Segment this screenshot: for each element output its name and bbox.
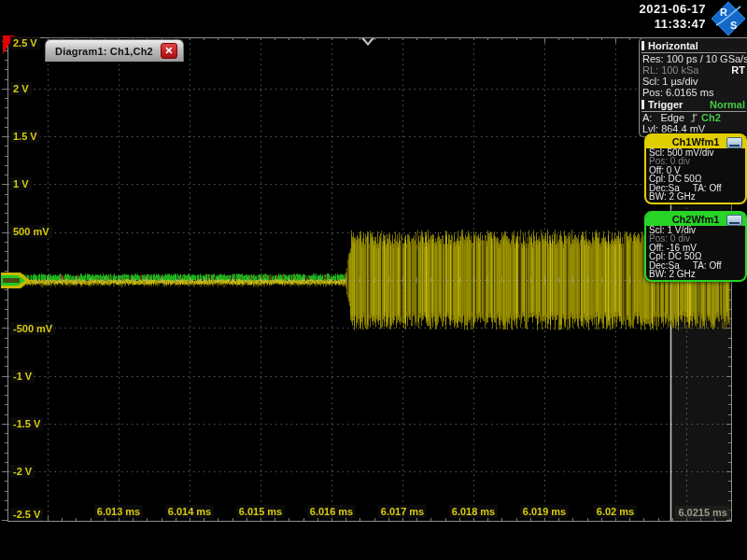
- y-axis-label: 2.5 V: [10, 36, 40, 49]
- hposition-row: Pos: 6.0165 ms: [641, 87, 746, 98]
- x-axis-label: 6.016 ms: [307, 505, 356, 518]
- ch1-waveform-box[interactable]: Ch1Wfm1 Scl: 500 mV/div Pos: 0 div Off: …: [644, 133, 747, 204]
- y-axis-label: 1 V: [10, 177, 32, 190]
- diagram-tab-label: Diagram1: Ch1,Ch2: [55, 46, 153, 57]
- res-label: Res:: [642, 53, 664, 64]
- section-accent-bar: [641, 41, 644, 50]
- trigger-source-value: Ch2: [701, 112, 721, 123]
- close-icon[interactable]: ✕: [161, 43, 177, 59]
- hscale-value: 1 µs/div: [662, 76, 698, 87]
- trigger-type-value: Edge: [660, 112, 684, 123]
- ch1-bandwidth: BW: 2 GHz: [646, 192, 745, 201]
- graticule-waveform-canvas: [0, 0, 747, 560]
- svg-text:R: R: [720, 7, 727, 18]
- trigger-mode-badge: Normal: [710, 99, 745, 110]
- trigger-source-row: A: Edge Ch2: [641, 112, 746, 123]
- x-axis-label: 6.015 ms: [236, 505, 285, 518]
- hposition-value: 6.0165 ms: [666, 87, 713, 98]
- ch2-trace-arithmetic: TA: Off: [693, 261, 722, 270]
- x-axis-label: 6.017 ms: [378, 505, 427, 518]
- horizontal-title: Horizontal: [648, 40, 698, 51]
- y-axis-label: 500 mV: [10, 225, 52, 238]
- date-label: 2021-06-17: [640, 2, 707, 17]
- ch2-header[interactable]: Ch2Wfm1: [646, 213, 745, 226]
- horizontal-trigger-panel[interactable]: Horizontal Res: 100 ps / 10 GSa/s RL: 10…: [639, 37, 747, 137]
- oscilloscope-display: 2.5 V 2 V 1.5 V 1 V 500 mV -500 mV -1 V …: [0, 0, 747, 560]
- ch2-bandwidth: BW: 2 GHz: [646, 270, 745, 278]
- y-axis-label: -1.5 V: [10, 417, 43, 430]
- record-length-row: RL: 100 kSa RT: [641, 64, 746, 76]
- hscale-row: Scl: 1 µs/div: [641, 76, 746, 87]
- x-axis-label: 6.013 ms: [94, 505, 143, 518]
- y-axis-label: -2.5 V: [10, 508, 43, 521]
- y-axis-label: -500 mV: [10, 322, 55, 335]
- rl-value: 100 kSa: [661, 64, 698, 76]
- horizontal-section-header[interactable]: Horizontal: [641, 39, 746, 53]
- diagram-tab[interactable]: Diagram1: Ch1,Ch2 ✕: [45, 39, 184, 62]
- section-accent-bar: [641, 100, 644, 109]
- acquisition-mode-badge: RT: [731, 64, 745, 76]
- resolution-row: Res: 100 ps / 10 GSa/s: [641, 53, 746, 64]
- ch1-trace-arithmetic: TA: Off: [693, 184, 722, 192]
- trigger-position-marker-icon[interactable]: [361, 38, 374, 46]
- x-axis-label: 6.014 ms: [165, 505, 214, 518]
- time-label: 11:33:47: [640, 17, 707, 32]
- ch1-header[interactable]: Ch1Wfm1: [646, 135, 745, 148]
- minimize-icon[interactable]: [726, 137, 742, 148]
- trigger-a-label: A:: [642, 112, 652, 123]
- rs-logo: R S: [710, 0, 747, 37]
- right-edge-time-label: 6.0215 ms: [675, 506, 730, 519]
- y-axis-label: 1.5 V: [10, 130, 40, 143]
- y-axis-label: -1 V: [10, 370, 35, 383]
- svg-text:S: S: [730, 20, 737, 31]
- channel-arrow-core: [3, 278, 20, 283]
- x-axis-label: 6.019 ms: [520, 505, 569, 518]
- x-axis-label: 6.018 ms: [449, 505, 498, 518]
- ch2-waveform-box[interactable]: Ch2Wfm1 Scl: 1 V/div Pos: 0 div Off: -16…: [644, 211, 747, 282]
- datetime-display: 2021-06-17 11:33:47: [640, 2, 707, 32]
- minimize-icon[interactable]: [726, 215, 742, 226]
- ch1-name: Ch1Wfm1: [672, 136, 720, 147]
- hscale-label: Scl:: [642, 76, 659, 87]
- rising-edge-icon: [690, 112, 699, 123]
- y-axis-label: 2 V: [10, 82, 32, 95]
- trigger-title: Trigger: [648, 99, 683, 110]
- y-axis-label: -2 V: [10, 465, 35, 478]
- hposition-label: Pos:: [642, 87, 663, 98]
- x-axis-label: 6.02 ms: [594, 505, 637, 518]
- rl-label: RL:: [642, 64, 658, 76]
- trigger-section-header[interactable]: Trigger Normal: [641, 98, 746, 112]
- res-value: 100 ps / 10 GSa/s: [667, 53, 747, 64]
- ch2-name: Ch2Wfm1: [672, 214, 720, 225]
